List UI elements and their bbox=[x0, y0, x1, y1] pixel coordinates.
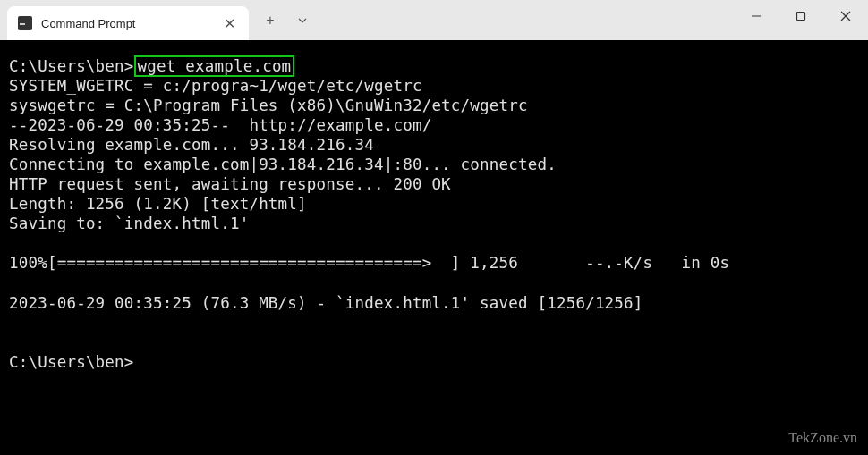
tab-title: Command Prompt bbox=[41, 17, 213, 30]
minimize-button[interactable] bbox=[734, 0, 779, 32]
command-prompt-window: Command Prompt ✕ + bbox=[0, 0, 868, 455]
titlebar: Command Prompt ✕ + bbox=[0, 0, 868, 40]
terminal-icon bbox=[18, 16, 32, 30]
output-line: --2023-06-29 00:35:25-- http://example.c… bbox=[9, 116, 431, 134]
output-line: 2023-06-29 00:35:25 (76.3 MB/s) - `index… bbox=[9, 294, 643, 312]
tab-command-prompt[interactable]: Command Prompt ✕ bbox=[7, 6, 249, 40]
svg-rect-1 bbox=[797, 13, 805, 21]
new-tab-button[interactable]: + bbox=[256, 6, 285, 35]
close-button[interactable] bbox=[823, 0, 868, 32]
output-line: syswgetrc = C:\Program Files (x86)\GnuWi… bbox=[9, 97, 528, 114]
prompt: C:\Users\ben> bbox=[9, 353, 134, 371]
entered-command: wget example.com bbox=[134, 55, 295, 77]
watermark: TekZone.vn bbox=[788, 430, 857, 446]
output-line: HTTP request sent, awaiting response... … bbox=[9, 175, 451, 193]
maximize-button[interactable] bbox=[779, 0, 823, 32]
tab-dropdown-button[interactable] bbox=[288, 6, 317, 35]
output-line: Length: 1256 (1.2K) [text/html] bbox=[9, 195, 307, 213]
tab-close-button[interactable]: ✕ bbox=[222, 16, 236, 30]
close-icon bbox=[840, 11, 851, 21]
output-line: SYSTEM_WGETRC = c:/progra~1/wget/etc/wge… bbox=[9, 77, 422, 95]
output-line: Resolving example.com... 93.184.216.34 bbox=[9, 136, 374, 154]
output-line: Saving to: `index.html.1' bbox=[9, 215, 249, 232]
output-line: Connecting to example.com|93.184.216.34|… bbox=[9, 156, 557, 173]
output-line: 100%[===================================… bbox=[9, 254, 729, 272]
window-controls bbox=[734, 0, 868, 40]
prompt: C:\Users\ben> bbox=[9, 57, 134, 75]
terminal-output[interactable]: C:\Users\ben>wget example.com SYSTEM_WGE… bbox=[0, 40, 868, 455]
maximize-icon bbox=[796, 11, 806, 21]
minimize-icon bbox=[751, 11, 762, 21]
chevron-down-icon bbox=[297, 15, 308, 26]
